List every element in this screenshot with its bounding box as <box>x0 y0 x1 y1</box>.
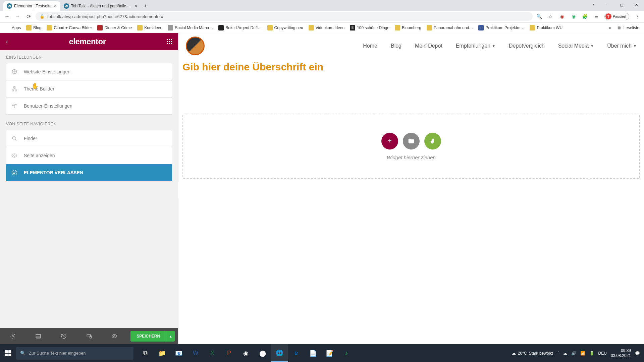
windows-logo-icon <box>5 350 11 356</box>
item-label: Finder <box>24 136 37 141</box>
widget-drop-zone[interactable]: + Widget hierher ziehen <box>182 114 640 179</box>
extension-icon[interactable]: ◉ <box>570 13 577 20</box>
bookmarks-bar: Apps Blog Cload + Canva Bilder Dinner & … <box>0 22 644 33</box>
add-section-button[interactable]: + <box>381 133 398 149</box>
bookmark-label: Praktikum WU <box>537 25 562 30</box>
tray-expand-icon[interactable]: ˄ <box>557 351 559 356</box>
bookmark-item[interactable]: B100 schöne Dinge <box>348 24 391 31</box>
folder-icon <box>395 25 400 31</box>
maximize-button[interactable]: ▢ <box>614 0 629 9</box>
address-bar[interactable]: 🔒 tobitalk.at/wp-admin/post.php?post=627… <box>36 12 533 21</box>
nav-home[interactable]: Home <box>363 43 377 49</box>
notifications-icon[interactable]: 💬 <box>635 351 640 356</box>
task-view-button[interactable]: ⧉ <box>137 344 154 362</box>
extensions-icon[interactable]: 🧩 <box>582 13 588 20</box>
finder-item[interactable]: Finder <box>6 130 172 147</box>
obs-icon[interactable]: ⬤ <box>254 344 271 362</box>
wifi-icon[interactable]: 📶 <box>580 351 585 356</box>
battery-icon[interactable]: 🔋 <box>589 351 594 356</box>
weather-widget[interactable]: ☁ 20°C Stark bewölkt <box>512 351 553 356</box>
spotify-icon[interactable]: ♪ <box>338 344 355 362</box>
bookmark-item[interactable]: Bois d'Argent Duft… <box>217 24 263 31</box>
app-icon[interactable]: 📄 <box>305 344 321 362</box>
browser-tab-active[interactable]: W Elementor | Testseite ✕ <box>3 1 60 11</box>
bookmark-item[interactable]: Kursideen <box>136 24 164 31</box>
bookmark-item[interactable]: Cload + Canva Bilder <box>45 24 93 31</box>
settings-gear-button[interactable] <box>0 328 25 344</box>
view-page-item[interactable]: Seite anzeigen <box>6 147 172 164</box>
theme-builder-item[interactable]: Theme Builder <box>6 80 172 98</box>
nav-depot[interactable]: Mein Depot <box>415 43 442 49</box>
bookmark-star-icon[interactable]: ☆ <box>547 13 554 20</box>
app-icon[interactable]: ◉ <box>237 344 254 362</box>
taskbar-search[interactable]: 🔍 Zur Suche Text hier eingeben <box>16 347 133 360</box>
svg-rect-2 <box>12 90 14 91</box>
zoom-icon[interactable]: 🔍 <box>536 13 543 20</box>
envato-button[interactable] <box>424 133 441 149</box>
minimize-button[interactable]: ─ <box>599 0 614 9</box>
profile-badge[interactable]: T Pausiert <box>604 13 629 20</box>
user-settings-item[interactable]: Benutzer-Einstellungen <box>6 97 172 115</box>
bookmark-item[interactable]: Bloomberg <box>393 24 423 31</box>
save-options-button[interactable]: ▲ <box>166 331 175 342</box>
reading-list-button[interactable]: ▤Leseliste <box>615 24 641 31</box>
mail-icon[interactable]: 📧 <box>170 344 187 362</box>
widgets-grid-button[interactable] <box>167 39 172 44</box>
reload-button[interactable]: ⟳ <box>25 13 32 20</box>
word-icon[interactable]: W <box>187 344 204 362</box>
bookmark-label: Panoramabahn und… <box>434 25 473 30</box>
start-button[interactable] <box>0 344 16 362</box>
responsive-button[interactable] <box>76 328 102 344</box>
back-button[interactable]: ← <box>3 13 11 20</box>
navigator-button[interactable] <box>25 328 51 344</box>
date-text: 03.08.2021 <box>611 353 631 358</box>
bookmark-label: Social Media Mana… <box>175 25 213 30</box>
notepad-icon[interactable]: 📝 <box>321 344 338 362</box>
forward-button[interactable]: → <box>14 13 21 20</box>
menu-icon[interactable]: ⋮ <box>634 13 641 20</box>
chrome-icon[interactable]: 🌐 <box>271 344 288 362</box>
bookmark-item[interactable]: Social Media Mana… <box>166 24 214 31</box>
excel-icon[interactable]: X <box>204 344 221 362</box>
close-icon[interactable]: ✕ <box>54 4 57 8</box>
site-logo[interactable] <box>186 37 205 55</box>
nav-blog[interactable]: Blog <box>391 43 401 49</box>
profile-status: Pausiert <box>613 14 626 18</box>
close-window-button[interactable]: ✕ <box>629 0 644 9</box>
apps-button[interactable]: Apps <box>3 24 22 31</box>
preview-button[interactable] <box>102 328 127 344</box>
extension-icon[interactable]: ◉ <box>559 13 566 20</box>
panel-back-button[interactable]: ‹ <box>6 38 8 45</box>
website-settings-item[interactable]: Website-Einstellungen <box>6 63 172 80</box>
template-library-button[interactable] <box>403 133 420 149</box>
page-heading[interactable]: Gib hier deine Überschrift ein <box>182 58 640 73</box>
bookmark-item[interactable]: Videokurs Ideen <box>307 24 346 31</box>
bookmark-item[interactable]: inPraktikum Projektm… <box>477 24 526 31</box>
edge-icon[interactable]: e <box>288 344 305 362</box>
nav-social[interactable]: Social Media▼ <box>558 43 594 49</box>
bookmark-item[interactable]: Praktikum WU <box>528 24 564 31</box>
weather-text: Stark bewölkt <box>529 351 553 356</box>
browser-tab[interactable]: W TobiTalk – Aktien und persönlich… ✕ <box>60 1 141 11</box>
reading-list-icon[interactable]: ≣ <box>593 13 600 20</box>
volume-icon[interactable]: 🔊 <box>571 351 576 356</box>
bookmark-item[interactable]: Panoramabahn und… <box>425 24 474 31</box>
bookmark-overflow[interactable]: » <box>607 25 612 31</box>
bookmark-item[interactable]: Copywriting neu <box>266 24 305 31</box>
nav-empfehlungen[interactable]: Empfehlungen▼ <box>456 43 495 49</box>
history-button[interactable] <box>51 328 76 344</box>
nav-about[interactable]: Über mich▼ <box>607 43 637 49</box>
close-icon[interactable]: ✕ <box>134 4 138 8</box>
clock[interactable]: 09:39 03.08.2021 <box>611 348 631 358</box>
save-button[interactable]: SPEICHERN <box>130 331 166 342</box>
new-tab-button[interactable]: + <box>141 1 150 11</box>
bookmark-item[interactable]: Blog <box>25 24 43 31</box>
wordpress-favicon-icon: W <box>64 3 69 9</box>
exit-elementor-item[interactable]: ELEMENTOR VERLASSEN <box>6 164 172 181</box>
nav-depotvergleich[interactable]: Depotvergleich <box>509 43 545 49</box>
language-indicator[interactable]: DEU <box>598 351 607 356</box>
powerpoint-icon[interactable]: P <box>221 344 237 362</box>
file-explorer-icon[interactable]: 📁 <box>154 344 170 362</box>
bookmark-item[interactable]: Dinner & Crime <box>96 24 133 31</box>
onedrive-icon[interactable]: ☁ <box>563 351 567 356</box>
